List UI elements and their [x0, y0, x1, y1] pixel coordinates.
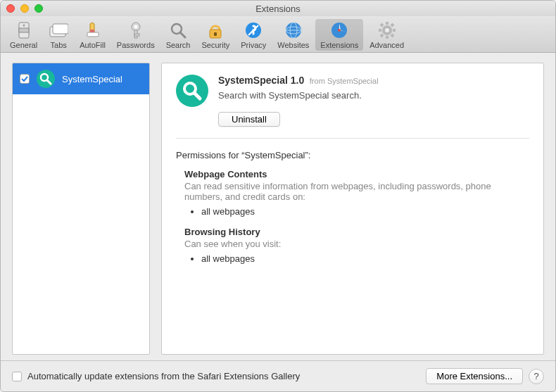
- titlebar: Extensions: [1, 1, 555, 16]
- auto-update-label: Automatically update extensions from the…: [27, 371, 300, 381]
- svg-rect-5: [87, 32, 99, 37]
- general-icon: [14, 20, 34, 40]
- permissions-heading: Permissions for “SystemSpecial”:: [176, 150, 529, 160]
- extension-name: SystemSpecial 1.0: [218, 75, 304, 86]
- svg-point-22: [338, 29, 341, 32]
- tool-label: Tabs: [51, 41, 67, 49]
- svg-rect-2: [19, 28, 29, 32]
- permission-description: Can see when you visit:: [184, 239, 529, 249]
- svg-line-32: [391, 24, 393, 26]
- svg-line-30: [391, 34, 393, 37]
- extension-list-icon: [37, 70, 55, 88]
- permission-category: Browsing History: [184, 227, 529, 237]
- extension-title-row: SystemSpecial 1.0 from SystemSpecial: [218, 75, 529, 86]
- divider: [176, 138, 529, 139]
- content-area: SystemSpecial SystemSpecial 1.0 from Sys…: [1, 53, 555, 360]
- extension-detail-icon: [176, 75, 208, 107]
- extension-detail-panel: SystemSpecial 1.0 from SystemSpecial Sea…: [161, 63, 544, 355]
- tool-advanced[interactable]: Advanced: [365, 19, 409, 51]
- tool-security[interactable]: Security: [196, 19, 234, 51]
- websites-icon: [284, 20, 303, 40]
- tool-websites[interactable]: Websites: [272, 19, 314, 51]
- magnifier-icon: [39, 72, 52, 85]
- tool-tabs[interactable]: Tabs: [44, 19, 73, 51]
- security-icon: [206, 20, 225, 40]
- permission-item: all webpages: [201, 206, 529, 217]
- tool-label: Privacy: [241, 41, 266, 49]
- svg-rect-6: [90, 30, 94, 32]
- help-button[interactable]: ?: [529, 369, 544, 384]
- tool-extensions[interactable]: Extensions: [315, 19, 363, 51]
- permission-list: all webpages: [201, 253, 529, 264]
- autofill-icon: [82, 20, 102, 40]
- svg-line-12: [180, 32, 185, 37]
- advanced-icon: [377, 20, 397, 40]
- svg-rect-10: [134, 34, 139, 36]
- tool-label: Extensions: [320, 41, 358, 49]
- extensions-icon: [329, 20, 349, 40]
- detail-header: SystemSpecial 1.0 from SystemSpecial Sea…: [176, 75, 529, 127]
- svg-rect-14: [214, 32, 217, 36]
- svg-point-8: [134, 25, 137, 29]
- permission-description: Can read sensitive information from webp…: [184, 181, 529, 202]
- check-icon: [21, 75, 28, 82]
- window-title: Extensions: [1, 4, 555, 14]
- svg-point-24: [385, 28, 389, 32]
- tool-general[interactable]: General: [5, 19, 42, 51]
- svg-point-1: [23, 25, 25, 27]
- permission-list: all webpages: [201, 206, 529, 217]
- tool-privacy[interactable]: Privacy: [236, 19, 271, 51]
- extensions-sidebar: SystemSpecial: [12, 63, 150, 355]
- preferences-toolbar: General Tabs AutoFill Passwords Search S…: [1, 16, 555, 53]
- tool-search[interactable]: Search: [161, 19, 196, 51]
- search-icon: [168, 20, 188, 40]
- svg-line-31: [381, 34, 383, 37]
- tool-label: General: [10, 41, 37, 49]
- tool-label: Websites: [277, 41, 309, 49]
- tabs-icon: [49, 20, 68, 40]
- tool-label: Passwords: [117, 41, 155, 49]
- extension-from: from SystemSpecial: [310, 77, 379, 85]
- extension-description: Search with SystemSpecial search.: [218, 90, 529, 101]
- svg-line-29: [381, 24, 383, 26]
- more-extensions-button[interactable]: More Extensions...: [426, 368, 523, 384]
- svg-line-36: [194, 93, 200, 99]
- tool-label: Security: [201, 41, 229, 49]
- tool-label: Search: [166, 41, 191, 49]
- sidebar-extension-item[interactable]: SystemSpecial: [13, 63, 149, 94]
- uninstall-button[interactable]: Uninstall: [218, 112, 280, 127]
- permission-category: Webpage Contents: [184, 169, 529, 179]
- tool-passwords[interactable]: Passwords: [112, 19, 160, 51]
- tool-label: AutoFill: [80, 41, 106, 49]
- extension-list-name: SystemSpecial: [62, 74, 122, 84]
- auto-update-checkbox[interactable]: [12, 372, 22, 381]
- tool-label: Advanced: [369, 41, 404, 49]
- tool-autofill[interactable]: AutoFill: [75, 19, 110, 51]
- passwords-icon: [126, 20, 146, 40]
- magnifier-icon: [182, 80, 203, 101]
- svg-line-34: [47, 80, 51, 84]
- footer: Automatically update extensions from the…: [1, 360, 555, 391]
- svg-rect-4: [53, 24, 68, 34]
- permission-item: all webpages: [201, 253, 529, 264]
- privacy-icon: [244, 20, 263, 40]
- extension-enabled-checkbox[interactable]: [20, 74, 30, 84]
